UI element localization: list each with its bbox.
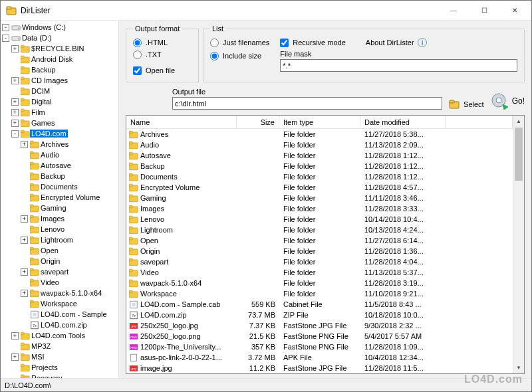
output-file-input[interactable] [172,97,442,110]
table-row[interactable]: LightroomFile folder10/13/2018 4:24... [126,225,513,235]
tree-item[interactable]: Origin [1,256,118,266]
table-row[interactable]: OriginFile folder11/28/2018 1:36... [126,246,513,256]
col-size[interactable]: Size [237,116,279,128]
col-name[interactable]: Name [126,116,237,128]
tree-item[interactable]: +savepart [1,266,118,277]
minimize-button[interactable]: — [438,1,469,20]
expand-toggle-icon[interactable]: - [11,130,19,138]
tree-item[interactable]: +CD Images [1,75,118,86]
cell-date: 11/28/2018 4:57... [360,183,446,191]
tree-item[interactable]: Encrypted Volume [1,192,118,203]
about-link[interactable]: About DirLister i [366,37,428,48]
table-row[interactable]: asus-pc-link-2-0-0-22-1...3.72 MBAPK Fil… [126,352,513,363]
table-row[interactable]: ImagesFile folder11/28/2018 3:33... [126,203,513,214]
table-row[interactable]: LO4D.com - Sample.cab559 KBCabinet File1… [126,299,513,310]
expand-toggle-icon[interactable]: + [11,45,19,52]
table-row[interactable]: savepartFile folder11/28/2018 4:04... [126,256,513,267]
tree-item[interactable]: Open [1,245,118,256]
col-date[interactable]: Date modified [360,116,446,128]
table-row[interactable]: WorkspaceFile folder11/10/2018 9:21... [126,288,513,299]
svg-text:7z: 7z [132,314,136,318]
filemask-input[interactable] [280,59,517,72]
go-button[interactable]: Go! [491,92,525,110]
tree-item[interactable]: Android Disk [1,54,118,64]
tree-item[interactable]: +LO4D.com Tools [1,330,118,341]
tree-item[interactable]: +Film [1,107,118,118]
tree-item[interactable]: MP3Z [1,341,118,351]
tree-item[interactable]: +Images [1,213,118,224]
tree-item[interactable]: -Windows (C:) [1,22,118,33]
tree-item[interactable]: -Data (D:) [1,33,118,43]
tree-item[interactable]: LO4D.com - Sample [1,309,118,320]
expand-toggle-icon[interactable]: - [2,35,9,42]
radio-html[interactable] [133,39,142,47]
table-row[interactable]: wavpack-5.1.0-x64File folder11/28/2018 3… [126,278,513,288]
tree-item[interactable]: Recovery [1,373,118,378]
table-row[interactable]: AutosaveFile folder11/28/2018 1:12... [126,150,513,161]
tree-item[interactable]: +Archives [1,139,118,149]
col-rest[interactable] [446,116,513,128]
tree-item[interactable]: +MSI [1,351,118,362]
expand-toggle-icon[interactable]: + [21,290,28,297]
folder-tree[interactable]: -Windows (C:)-Data (D:)+$RECYCLE.BINAndr… [1,21,118,378]
vertical-scrollbar[interactable]: ▲ ▼ [513,116,524,373]
maximize-button[interactable]: ☐ [469,1,499,20]
col-type[interactable]: Item type [279,116,360,128]
radio-include-size[interactable] [210,52,219,60]
tree-item[interactable]: Lenovo [1,224,118,235]
tree-item[interactable]: 7zLO4D.com.zip [1,320,118,330]
table-row[interactable]: DocumentsFile folder11/28/2018 1:12... [126,171,513,182]
expand-toggle-icon[interactable]: + [11,120,19,127]
tree-item[interactable]: Autosave [1,160,118,171]
expand-toggle-icon[interactable]: + [21,237,28,244]
radio-txt[interactable] [133,50,142,59]
table-row[interactable]: GamingFile folder11/11/2018 3:46... [126,193,513,203]
table-row[interactable]: 7zLO4D.com.zip73.7 MBZIP File10/18/2018 … [126,310,513,320]
table-row[interactable]: VideoFile folder11/13/2018 5:37... [126,267,513,278]
radio-just-filenames[interactable] [210,39,219,47]
tree-item[interactable]: +Digital [1,96,118,107]
tree-item[interactable]: Documents [1,181,118,192]
svg-rect-96 [129,216,132,219]
table-row[interactable]: BackupFile folder11/28/2018 1:12... [126,161,513,171]
tree-item[interactable]: +wavpack-5.1.0-x64 [1,288,118,298]
tree-item[interactable]: +Lightroom [1,235,118,245]
table-row[interactable]: LenovoFile folder10/14/2018 10:4... [126,214,513,225]
tree-item[interactable]: Projects [1,362,118,373]
tree-item[interactable]: Workspace [1,298,118,309]
table-row[interactable]: Encrypted VolumeFile folder11/28/2018 4:… [126,182,513,193]
tree-item[interactable]: Gaming [1,203,118,213]
tree-item[interactable]: -LO4D.com [1,128,118,139]
tree-item[interactable]: +Games [1,118,118,128]
expand-toggle-icon[interactable]: + [11,77,19,84]
check-recursive[interactable] [280,39,289,47]
expand-toggle-icon[interactable]: - [2,24,9,31]
scroll-down-icon[interactable]: ▼ [513,362,524,373]
table-row[interactable]: PNG250x250_logo.png21.5 KBFastStone PNG … [126,331,513,342]
expand-toggle-icon[interactable]: + [21,215,28,223]
expand-toggle-icon[interactable]: + [11,353,19,361]
tree-item[interactable]: +$RECYCLE.BIN [1,43,118,54]
table-row[interactable]: PNG1200px-The_University...357 KBFastSto… [126,342,513,352]
expand-toggle-icon[interactable]: + [11,98,19,106]
table-row[interactable]: JPGimage.jpg11.2 KBFastStone JPG File11/… [126,363,513,373]
tree-item[interactable]: Backup [1,171,118,181]
select-button[interactable]: Select [449,99,484,110]
table-row[interactable]: JPG250x250_logo.jpg7.37 KBFastStone JPG … [126,320,513,331]
table-body[interactable]: ArchivesFile folder11/27/2018 5:38...Aud… [126,129,513,373]
expand-toggle-icon[interactable]: + [21,141,28,148]
tree-item[interactable]: Video [1,277,118,288]
expand-toggle-icon[interactable]: + [11,109,19,116]
tree-item[interactable]: Audio [1,149,118,160]
table-row[interactable]: ArchivesFile folder11/27/2018 5:38... [126,129,513,140]
table-row[interactable]: AudioFile folder11/13/2018 2:09... [126,140,513,150]
tree-item[interactable]: Backup [1,64,118,75]
check-openfile[interactable] [133,66,142,75]
tree-item[interactable]: DCIM [1,86,118,96]
scroll-up-icon[interactable]: ▲ [513,116,524,127]
scroll-thumb[interactable] [515,128,523,181]
table-row[interactable]: OpenFile folder11/27/2018 6:14... [126,235,513,246]
expand-toggle-icon[interactable]: + [11,332,19,340]
close-button[interactable]: ✕ [499,1,530,20]
expand-toggle-icon[interactable]: + [21,268,28,276]
